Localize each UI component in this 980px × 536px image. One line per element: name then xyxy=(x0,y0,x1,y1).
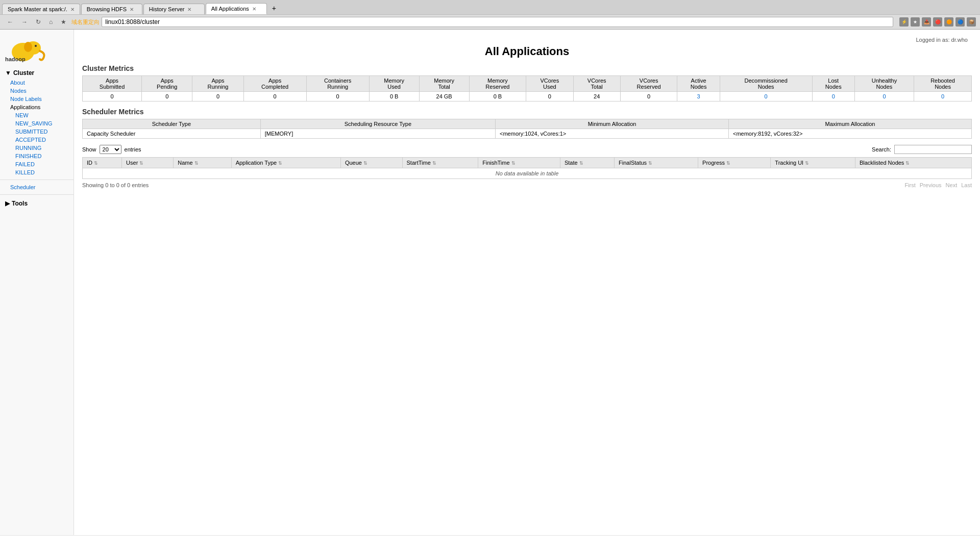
refresh-button[interactable]: ↻ xyxy=(33,17,44,27)
new-tab-button[interactable]: + xyxy=(268,2,280,14)
app-col-state[interactable]: State ⇅ xyxy=(560,158,614,168)
sidebar-item-new[interactable]: NEW xyxy=(0,111,74,119)
sidebar-item-node-labels[interactable]: Node Labels xyxy=(0,95,74,103)
sidebar-divider-1 xyxy=(0,180,74,180)
val-apps-running: 0 xyxy=(192,92,243,101)
submitted-link[interactable]: SUBMITTED xyxy=(15,129,48,135)
last-link[interactable]: Last xyxy=(961,182,972,188)
sidebar-item-finished[interactable]: FINISHED xyxy=(0,152,74,160)
sidebar-item-killed[interactable]: KILLED xyxy=(0,168,74,176)
app-col-finish-time[interactable]: FinishTime ⇅ xyxy=(478,158,560,168)
forward-button[interactable]: → xyxy=(18,17,31,27)
browser-icon-5: 🟠 xyxy=(944,17,953,27)
val-apps-pending: 0 xyxy=(142,92,192,101)
running-link[interactable]: RUNNING xyxy=(15,145,41,151)
sort-icon-blacklisted: ⇅ xyxy=(905,161,910,166)
first-link[interactable]: First xyxy=(904,182,915,188)
val-rebooted-nodes[interactable]: 0 xyxy=(914,92,972,101)
bookmark-button[interactable]: ★ xyxy=(58,17,69,27)
new-saving-link[interactable]: NEW_SAVING xyxy=(15,120,53,126)
svg-point-3 xyxy=(24,42,32,52)
app-col-blacklisted-nodes[interactable]: Blacklisted Nodes ⇅ xyxy=(855,158,971,168)
tab-spark-master-close[interactable]: ✕ xyxy=(70,7,75,12)
val-active-nodes[interactable]: 3 xyxy=(677,92,720,101)
col-lost-nodes: LostNodes xyxy=(812,76,854,92)
sidebar-item-nodes[interactable]: Nodes xyxy=(0,87,74,95)
tab-spark-master[interactable]: Spark Master at spark:/. ✕ xyxy=(2,4,80,14)
sidebar-item-accepted[interactable]: ACCEPTED xyxy=(0,136,74,144)
tab-bar: Spark Master at spark:/. ✕ Browsing HDFS… xyxy=(0,0,980,14)
search-input[interactable] xyxy=(894,145,972,154)
sort-icon-finish-time: ⇅ xyxy=(511,161,516,166)
sidebar-cluster-section: ▼ Cluster About Nodes Node Labels Applic… xyxy=(0,67,74,191)
sort-icon-start-time: ⇅ xyxy=(432,161,436,166)
browser-icon-7: 📦 xyxy=(967,17,976,27)
sort-icon-final-status: ⇅ xyxy=(648,161,652,166)
failed-link[interactable]: FAILED xyxy=(15,161,35,167)
sidebar-item-about[interactable]: About xyxy=(0,79,74,87)
cluster-metrics-row: 0 0 0 0 0 0 B 24 GB 0 B 0 24 0 3 0 0 0 0 xyxy=(83,92,972,101)
browser-icon-2: ★ xyxy=(911,17,920,27)
val-scheduler-type: Capacity Scheduler xyxy=(83,129,261,139)
col-memory-reserved: MemoryReserved xyxy=(469,76,526,92)
back-button[interactable]: ← xyxy=(4,17,16,27)
col-scheduler-type: Scheduler Type xyxy=(83,119,261,129)
main-content: Logged in as: dr.who All Applications Cl… xyxy=(74,30,980,535)
tab-history-server[interactable]: History Server ✕ xyxy=(143,4,205,14)
app-col-application-type[interactable]: Application Type ⇅ xyxy=(231,158,340,168)
val-decommissioned-nodes[interactable]: 0 xyxy=(720,92,812,101)
app-col-user[interactable]: User ⇅ xyxy=(122,158,174,168)
home-button[interactable]: ⌂ xyxy=(46,17,56,27)
search-box: Search: xyxy=(872,145,972,154)
tab-history-server-close[interactable]: ✕ xyxy=(187,7,191,12)
sidebar-item-scheduler[interactable]: Scheduler xyxy=(0,183,74,191)
val-minimum-allocation: <memory:1024, vCores:1> xyxy=(496,129,729,139)
sidebar-tools-title[interactable]: ▶ Tools xyxy=(0,198,74,209)
val-apps-completed: 0 xyxy=(243,92,306,101)
app-col-progress[interactable]: Progress ⇅ xyxy=(698,158,771,168)
sidebar-item-running[interactable]: RUNNING xyxy=(0,144,74,152)
val-vcores-used: 0 xyxy=(526,92,573,101)
val-lost-nodes[interactable]: 0 xyxy=(812,92,854,101)
val-unhealthy-nodes[interactable]: 0 xyxy=(854,92,914,101)
sort-icon-id: ⇅ xyxy=(94,161,98,166)
finished-link[interactable]: FINISHED xyxy=(15,153,41,159)
app-col-queue[interactable]: Queue ⇅ xyxy=(340,158,402,168)
table-controls: Show 20 50 100 entries Search: xyxy=(82,145,972,154)
sidebar-item-new-saving[interactable]: NEW_SAVING xyxy=(0,119,74,127)
val-memory-reserved: 0 B xyxy=(469,92,526,101)
logged-in-info: Logged in as: dr.who xyxy=(82,35,972,45)
scheduler-metrics-title: Scheduler Metrics xyxy=(82,108,972,116)
next-link[interactable]: Next xyxy=(946,182,958,188)
tab-all-applications-close[interactable]: ✕ xyxy=(252,6,256,12)
col-vcores-reserved: VCoresReserved xyxy=(620,76,677,92)
killed-link[interactable]: KILLED xyxy=(15,169,35,175)
tab-browsing-hdfs-close[interactable]: ✕ xyxy=(130,7,134,12)
sidebar-item-submitted[interactable]: SUBMITTED xyxy=(0,127,74,136)
nodes-link[interactable]: Nodes xyxy=(10,88,27,94)
app-col-start-time[interactable]: StartTime ⇅ xyxy=(402,158,478,168)
sidebar-cluster-title[interactable]: ▼ Cluster xyxy=(0,67,74,79)
col-containers-running: ContainersRunning xyxy=(306,76,369,92)
entries-select[interactable]: 20 50 100 xyxy=(100,145,121,154)
sidebar-item-applications: Applications xyxy=(0,103,74,111)
about-link[interactable]: About xyxy=(10,80,25,86)
app-col-tracking-ui[interactable]: Tracking UI ⇅ xyxy=(771,158,855,168)
browser-icon-4: 🔴 xyxy=(933,17,942,27)
scheduler-metrics-table: Scheduler Type Scheduling Resource Type … xyxy=(82,119,972,139)
sort-icon-name: ⇅ xyxy=(194,161,199,166)
app-col-final-status[interactable]: FinalStatus ⇅ xyxy=(615,158,698,168)
sidebar-item-failed[interactable]: FAILED xyxy=(0,160,74,168)
node-labels-link[interactable]: Node Labels xyxy=(10,96,42,102)
app-col-id[interactable]: ID ⇅ xyxy=(83,158,122,168)
tools-arrow-icon: ▶ xyxy=(5,200,10,207)
tab-browsing-hdfs[interactable]: Browsing HDFS ✕ xyxy=(81,4,142,14)
tab-all-applications[interactable]: All Applications ✕ xyxy=(206,3,267,14)
app-col-name[interactable]: Name ⇅ xyxy=(174,158,231,168)
scheduler-link[interactable]: Scheduler xyxy=(10,184,36,190)
accepted-link[interactable]: ACCEPTED xyxy=(15,137,46,143)
col-minimum-allocation: Minimum Allocation xyxy=(496,119,729,129)
previous-link[interactable]: Previous xyxy=(920,182,942,188)
address-input[interactable] xyxy=(102,17,893,27)
new-link[interactable]: NEW xyxy=(15,112,29,118)
